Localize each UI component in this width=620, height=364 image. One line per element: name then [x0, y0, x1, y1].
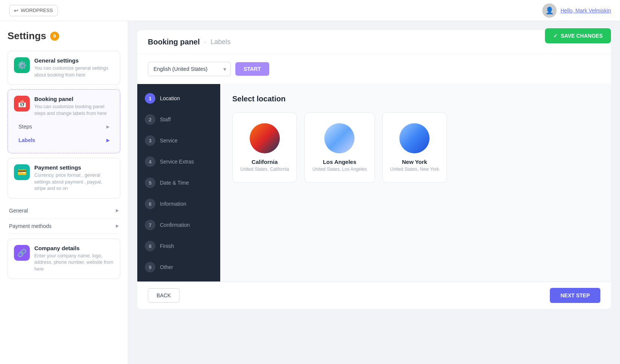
topbar: ↩ WORDPRESS 👤 Hello, Mark Velmiskin — [0, 0, 620, 21]
settings-title: Settings — [8, 30, 46, 42]
labels-label: Labels — [18, 137, 35, 143]
step-num-2: 2 — [145, 114, 155, 125]
topbar-left: ↩ WORDPRESS — [9, 5, 58, 16]
panel-header: Booking panel · Labels — [137, 30, 611, 54]
step-item-other[interactable]: 9 Other — [137, 257, 220, 278]
user-name[interactable]: Hello, Mark Velmiskin — [560, 8, 611, 14]
chevron-right-icon: ▶ — [116, 208, 119, 213]
content-panel: Booking panel · Labels English (United S… — [137, 30, 611, 309]
step-label-service: Service — [160, 138, 178, 144]
sub-items: Steps ▶ Labels ▶ — [14, 120, 114, 147]
card-text: Payment settings Currency, price format … — [34, 164, 114, 192]
step-num-3: 3 — [145, 135, 155, 146]
step-label-staff: Staff — [160, 116, 171, 122]
california-name: California — [252, 159, 278, 165]
location-title: Select location — [232, 95, 599, 103]
location-card-newyork[interactable]: New York United States, New York — [382, 112, 447, 183]
sidebar-item-general[interactable]: General ▶ — [8, 203, 120, 219]
company-details-card[interactable]: 🔗 Company details Enter your company nam… — [8, 239, 120, 279]
wordpress-back-button[interactable]: ↩ WORDPRESS — [9, 5, 58, 16]
steps-sidebar: 1 Location 2 Staff 3 Service 4 Service E… — [137, 84, 220, 281]
step-item-information[interactable]: 6 Information — [137, 193, 220, 214]
sidebar-item-steps[interactable]: Steps ▶ — [14, 120, 114, 133]
payment-methods-label: Payment methods — [9, 223, 52, 229]
losangeles-image — [324, 123, 355, 153]
card-header: 📅 Booking panel You can customize bookin… — [14, 96, 114, 117]
step-label-confirmation: Confirmation — [160, 222, 190, 228]
breadcrumb-main: Booking panel — [148, 38, 200, 46]
card-text: General settings You can customize gener… — [34, 57, 114, 78]
step-label-datetime: Date & Time — [160, 180, 189, 186]
wordpress-label: WORDPRESS — [21, 8, 53, 13]
newyork-image — [399, 123, 430, 153]
preview-area: 1 Location 2 Staff 3 Service 4 Service E… — [137, 84, 611, 281]
step-item-location[interactable]: 1 Location — [137, 88, 220, 109]
sidebar: Settings 9 ⚙️ General settings You can c… — [0, 21, 128, 364]
step-num-4: 4 — [145, 156, 155, 167]
general-settings-desc: You can customize general settings about… — [34, 65, 114, 78]
sidebar-title: Settings 9 — [8, 30, 120, 42]
step-num-7: 7 — [145, 220, 155, 230]
main-content: ✓ SAVE CHANGES Booking panel · Labels En… — [128, 21, 620, 364]
steps-label: Steps — [18, 124, 32, 130]
step-num-9: 9 — [145, 262, 155, 272]
step-item-finish[interactable]: 8 Finish — [137, 236, 220, 257]
booking-panel-title: Booking panel — [34, 96, 114, 102]
step-num-6: 6 — [145, 199, 155, 209]
back-arrow-icon: ↩ — [14, 8, 18, 14]
sidebar-item-payment-methods[interactable]: Payment methods ▶ — [8, 219, 120, 234]
step-label-information: Information — [160, 201, 186, 207]
california-sub: United States, California — [240, 167, 289, 172]
card-text: Booking panel You can customize booking … — [34, 96, 114, 117]
booking-panel-icon: 📅 — [14, 96, 30, 112]
booking-panel-desc: You can customize booking panel steps an… — [34, 104, 114, 117]
back-button[interactable]: BACK — [148, 288, 180, 303]
company-details-title: Company details — [34, 245, 114, 251]
step-item-datetime[interactable]: 5 Date & Time — [137, 172, 220, 193]
step-num-8: 8 — [145, 241, 155, 251]
language-select[interactable]: English (United States) — [148, 62, 231, 76]
start-button[interactable]: START — [235, 62, 269, 76]
card-header: 🔗 Company details Enter your company nam… — [14, 245, 114, 273]
payment-settings-card[interactable]: 💳 Payment settings Currency, price forma… — [8, 158, 120, 199]
step-label-location: Location — [160, 95, 180, 101]
losangeles-name: Los Angeles — [323, 159, 356, 165]
company-details-icon: 🔗 — [14, 245, 30, 261]
step-item-confirmation[interactable]: 7 Confirmation — [137, 214, 220, 236]
card-text: Company details Enter your company name,… — [34, 245, 114, 273]
avatar: 👤 — [542, 3, 557, 18]
chevron-right-icon: ▶ — [106, 138, 109, 143]
location-cards: California United States, California Los… — [232, 112, 599, 183]
step-item-service-extras[interactable]: 4 Service Extras — [137, 151, 220, 172]
step-label-service-extras: Service Extras — [160, 159, 194, 165]
topbar-right: 👤 Hello, Mark Velmiskin — [542, 3, 611, 18]
step-item-staff[interactable]: 2 Staff — [137, 109, 220, 130]
bottom-bar: BACK NEXT STEP — [137, 281, 611, 309]
chevron-right-icon: ▶ — [106, 124, 109, 129]
step-item-service[interactable]: 3 Service — [137, 130, 220, 151]
next-step-button[interactable]: NEXT STEP — [550, 288, 600, 303]
payment-settings-desc: Currency, price format , general setting… — [34, 172, 114, 192]
checkmark-icon: ✓ — [553, 33, 558, 39]
settings-badge: 9 — [50, 32, 59, 41]
sidebar-item-labels[interactable]: Labels ▶ — [14, 133, 114, 147]
location-panel: Select location California United States… — [220, 84, 611, 281]
step-num-1: 1 — [145, 93, 155, 104]
chevron-right-icon: ▶ — [116, 223, 119, 228]
general-settings-card[interactable]: ⚙️ General settings You can customize ge… — [8, 51, 120, 85]
booking-panel-card[interactable]: 📅 Booking panel You can customize bookin… — [8, 89, 120, 153]
newyork-name: New York — [402, 159, 427, 165]
language-row: English (United States) START — [137, 54, 611, 84]
breadcrumb-separator: · — [204, 39, 206, 46]
general-settings-title: General settings — [34, 57, 114, 64]
california-image — [250, 123, 280, 153]
language-select-wrapper: English (United States) — [148, 62, 231, 76]
payment-settings-icon: 💳 — [14, 164, 30, 180]
newyork-sub: United States, New York — [390, 167, 439, 172]
save-changes-button[interactable]: ✓ SAVE CHANGES — [545, 28, 611, 43]
general-settings-icon: ⚙️ — [14, 57, 30, 73]
card-header: 💳 Payment settings Currency, price forma… — [14, 164, 114, 192]
save-label: SAVE CHANGES — [561, 33, 603, 39]
location-card-california[interactable]: California United States, California — [232, 112, 297, 183]
location-card-losangeles[interactable]: Los Angeles United States, Los Angeles — [304, 112, 374, 183]
